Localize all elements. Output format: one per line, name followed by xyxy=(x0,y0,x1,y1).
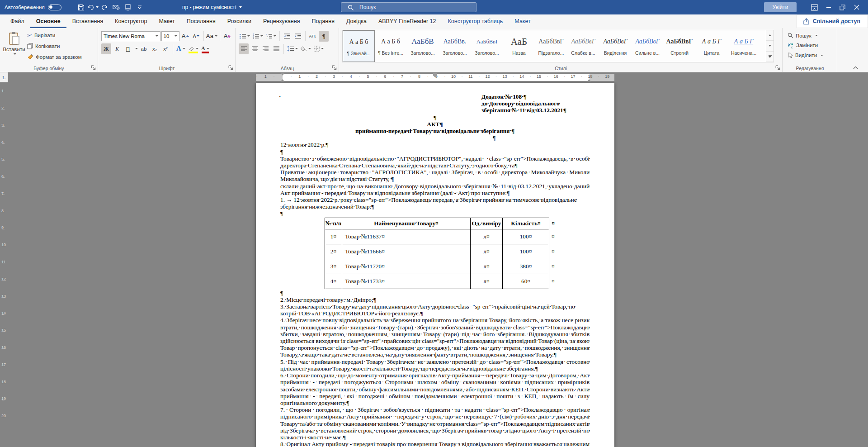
style-item-5[interactable]: АаБНазва xyxy=(503,30,535,62)
tab-конструктор-таблиць[interactable]: Конструктор таблиць xyxy=(442,14,509,28)
highlight-color-button[interactable] xyxy=(187,43,199,54)
align-right-button[interactable] xyxy=(260,43,270,54)
table-cell[interactable]: Товар №11637¤ xyxy=(342,229,471,244)
style-item-3[interactable]: АаБбВв.Заголово... xyxy=(439,30,471,62)
table-cell[interactable]: 4¤ xyxy=(325,274,342,289)
table-cell[interactable]: 100¤ xyxy=(503,244,549,259)
style-item-0[interactable]: А а Б б¶ Звичай... xyxy=(343,30,375,62)
multilevel-list-button[interactable]: 1ai xyxy=(265,31,277,42)
tab-stop-selector[interactable]: L xyxy=(0,72,8,82)
replace-button[interactable]: bc Замінити xyxy=(786,40,818,51)
autosave-control[interactable]: Автозбереження xyxy=(5,0,61,14)
tab-розсилки[interactable]: Розсилки xyxy=(222,14,257,28)
goods-table[interactable]: № п/пНайменування Товару¤Од. виміруКільк… xyxy=(325,218,557,289)
subscript-button[interactable]: x₂ xyxy=(150,43,160,54)
format-painter-button[interactable]: Формат за зразком xyxy=(27,52,82,62)
table-cell[interactable]: 1¤ xyxy=(325,229,342,244)
autosave-toggle[interactable] xyxy=(48,5,61,10)
copy-button[interactable]: Копіювати xyxy=(27,41,82,52)
grow-font-button[interactable]: А xyxy=(180,31,190,42)
bold-button[interactable]: Ж xyxy=(101,43,111,54)
table-cell[interactable]: Товар №11733¤ xyxy=(342,274,471,289)
increase-indent-button[interactable] xyxy=(293,31,303,42)
select-button[interactable]: Виділити xyxy=(786,50,823,61)
style-item-10[interactable]: АаБбВвГСтрогий xyxy=(664,30,696,62)
share-button[interactable]: Спільний доступ xyxy=(797,14,868,28)
table-header-cell[interactable]: № п/п xyxy=(325,218,342,229)
document-page[interactable]: ▪ Додаток № 108 ¶до Договору відповідаль… xyxy=(256,83,614,447)
table-cell[interactable]: Товар №11666¤ xyxy=(342,244,471,259)
styles-dialog-launcher-icon[interactable] xyxy=(775,65,781,71)
tab-abbyy-finereader-12[interactable]: ABBYY FineReader 12 xyxy=(373,14,442,28)
tab-рецензування[interactable]: Рецензування xyxy=(257,14,306,28)
title-caret-icon[interactable] xyxy=(239,6,242,8)
search-input[interactable]: Пошук xyxy=(341,2,476,12)
underline-button[interactable]: П xyxy=(123,43,133,54)
font-color-button[interactable]: А xyxy=(200,43,210,54)
numbering-button[interactable]: 123 xyxy=(252,31,264,42)
save-icon[interactable] xyxy=(75,1,87,13)
styles-scroll-up-icon[interactable] xyxy=(766,30,774,41)
style-item-9[interactable]: АаБбВвГСильне в... xyxy=(632,30,664,62)
strikethrough-button[interactable]: ab xyxy=(139,43,149,54)
shading-button[interactable] xyxy=(300,43,312,54)
style-item-1[interactable]: А а Б б¶ Без інте... xyxy=(375,30,407,62)
qat-overflow-icon[interactable] xyxy=(134,1,146,13)
style-item-12[interactable]: А а Б ГНасичена... xyxy=(728,30,760,62)
table-header-cell[interactable]: Найменування Товару¤ xyxy=(342,218,471,229)
horizontal-ruler[interactable]: 112345678910111213141516171819··········… xyxy=(0,72,868,82)
table-cell[interactable]: л¤ xyxy=(471,244,503,259)
bullets-button[interactable] xyxy=(239,31,251,42)
style-item-4[interactable]: АаБбВвІЗаголово... xyxy=(471,30,503,62)
find-button[interactable]: Пошук xyxy=(786,30,818,41)
close-button[interactable] xyxy=(849,0,863,14)
superscript-button[interactable]: x² xyxy=(160,43,170,54)
tab-макет[interactable]: Макет xyxy=(153,14,180,28)
table-cell[interactable]: Товар №11720¤ xyxy=(342,259,471,274)
styles-gallery-more-icon[interactable] xyxy=(766,52,774,62)
justify-button[interactable] xyxy=(271,43,281,54)
tab-посилання[interactable]: Посилання xyxy=(181,14,222,28)
table-header-cell[interactable]: Од. виміру xyxy=(471,218,503,229)
shrink-font-button[interactable]: А xyxy=(191,31,201,42)
table-cell[interactable]: 100¤ xyxy=(503,229,549,244)
tab-конструктор[interactable]: Конструктор xyxy=(109,14,153,28)
sort-button[interactable]: АЯ↓ xyxy=(308,31,318,42)
undo-icon[interactable] xyxy=(87,1,99,13)
cut-button[interactable]: ✂ Вирізати xyxy=(27,30,82,41)
first-line-indent-marker[interactable] xyxy=(281,73,284,76)
show-formatting-marks-button[interactable]: ¶ xyxy=(319,31,329,42)
clipboard-dialog-launcher-icon[interactable] xyxy=(91,65,96,71)
print-preview-icon[interactable] xyxy=(122,1,134,13)
table-cell[interactable]: 3¤ xyxy=(325,259,342,274)
table-cell[interactable]: л¤ xyxy=(471,274,503,289)
email-icon[interactable] xyxy=(110,1,122,13)
change-case-button[interactable]: Аа xyxy=(206,31,218,42)
font-dialog-launcher-icon[interactable] xyxy=(228,65,234,71)
paste-button[interactable]: Вставити xyxy=(4,30,24,62)
line-spacing-button[interactable] xyxy=(286,43,299,54)
right-indent-marker[interactable] xyxy=(587,79,591,81)
style-item-7[interactable]: АаБбВвГСлабке в... xyxy=(567,30,599,62)
restore-button[interactable] xyxy=(835,0,849,14)
align-center-button[interactable] xyxy=(250,43,259,54)
vertical-ruler[interactable]: 1234567891011121314151617181920 xyxy=(0,82,7,447)
signin-button[interactable]: Увійти xyxy=(764,2,797,12)
clear-formatting-button[interactable]: А xyxy=(222,31,232,42)
table-cell[interactable]: л¤ xyxy=(471,259,503,274)
text-effects-button[interactable]: А xyxy=(175,43,186,54)
collapse-ribbon-icon[interactable] xyxy=(853,66,858,69)
tab-подання[interactable]: Подання xyxy=(306,14,340,28)
table-cell[interactable]: л¤ xyxy=(471,229,503,244)
paragraph-dialog-launcher-icon[interactable] xyxy=(332,65,337,71)
styles-scroll-down-icon[interactable] xyxy=(766,41,774,51)
tab-довідка[interactable]: Довідка xyxy=(340,14,373,28)
redo-icon[interactable] xyxy=(99,1,110,13)
document-content[interactable]: Додаток № 108 ¶до Договору відповідально… xyxy=(280,93,590,447)
document-canvas[interactable]: 1234567891011121314151617181920 ▪ Додато… xyxy=(0,82,868,447)
ribbon-display-options-icon[interactable] xyxy=(807,0,821,14)
left-indent-marker[interactable] xyxy=(281,79,284,81)
borders-button[interactable] xyxy=(313,43,325,54)
tab-вставлення[interactable]: Вставлення xyxy=(66,14,109,28)
tab-основне[interactable]: Основне xyxy=(30,14,66,28)
